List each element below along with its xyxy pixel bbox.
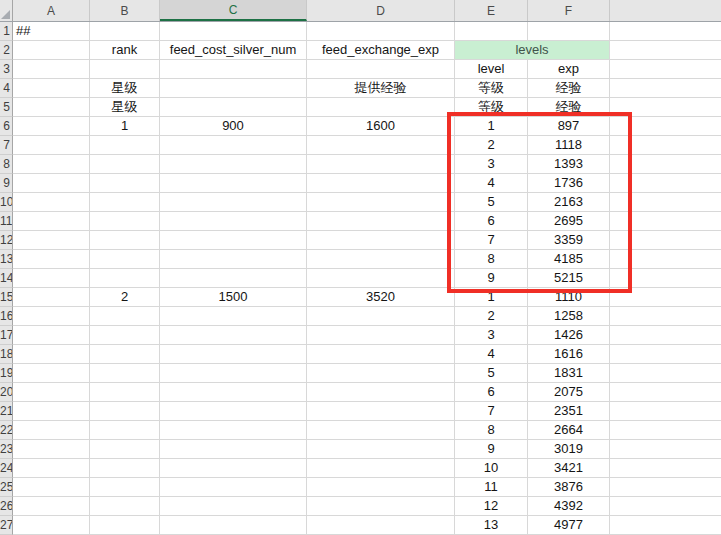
cell-D10[interactable] bbox=[307, 193, 455, 212]
cell-F12[interactable]: 3359 bbox=[528, 231, 610, 250]
cell-A18[interactable] bbox=[13, 345, 90, 364]
cell-A26[interactable] bbox=[13, 497, 90, 516]
cell-F27[interactable]: 4977 bbox=[528, 516, 610, 535]
row-number-25[interactable]: 25 bbox=[0, 478, 13, 497]
cell-F16[interactable]: 1258 bbox=[528, 307, 610, 326]
row-number-12[interactable]: 12 bbox=[0, 231, 13, 250]
cell-B14[interactable] bbox=[90, 269, 160, 288]
cell-filler-13[interactable] bbox=[610, 250, 721, 269]
cell-C13[interactable] bbox=[160, 250, 307, 269]
cell-filler-26[interactable] bbox=[610, 497, 721, 516]
cell-E6[interactable]: 1 bbox=[455, 117, 528, 136]
cell-B2[interactable]: rank bbox=[90, 41, 160, 60]
cell-C23[interactable] bbox=[160, 440, 307, 459]
column-header-blank[interactable] bbox=[610, 0, 721, 21]
cell-B15[interactable]: 2 bbox=[90, 288, 160, 307]
cell-C9[interactable] bbox=[160, 174, 307, 193]
cell-C20[interactable] bbox=[160, 383, 307, 402]
row-number-26[interactable]: 26 bbox=[0, 497, 13, 516]
cell-E9[interactable]: 4 bbox=[455, 174, 528, 193]
cell-A21[interactable] bbox=[13, 402, 90, 421]
cell-A14[interactable] bbox=[13, 269, 90, 288]
cell-E10[interactable]: 5 bbox=[455, 193, 528, 212]
cell-E23[interactable]: 9 bbox=[455, 440, 528, 459]
cell-C4[interactable] bbox=[160, 79, 307, 98]
cell-C16[interactable] bbox=[160, 307, 307, 326]
cell-E8[interactable]: 3 bbox=[455, 155, 528, 174]
cell-C18[interactable] bbox=[160, 345, 307, 364]
cell-D18[interactable] bbox=[307, 345, 455, 364]
cell-E3[interactable]: level bbox=[455, 60, 528, 79]
cell-E21[interactable]: 7 bbox=[455, 402, 528, 421]
cell-E15[interactable]: 1 bbox=[455, 288, 528, 307]
row-number-6[interactable]: 6 bbox=[0, 117, 13, 136]
cell-C25[interactable] bbox=[160, 478, 307, 497]
cell-filler-21[interactable] bbox=[610, 402, 721, 421]
cell-filler-14[interactable] bbox=[610, 269, 721, 288]
cell-filler-5[interactable] bbox=[610, 98, 721, 117]
cell-C14[interactable] bbox=[160, 269, 307, 288]
cell-filler-22[interactable] bbox=[610, 421, 721, 440]
row-number-17[interactable]: 17 bbox=[0, 326, 13, 345]
cell-A13[interactable] bbox=[13, 250, 90, 269]
row-number-1[interactable]: 1 bbox=[0, 22, 13, 41]
cell-F22[interactable]: 2664 bbox=[528, 421, 610, 440]
cell-filler-12[interactable] bbox=[610, 231, 721, 250]
column-header-D[interactable]: D bbox=[307, 0, 455, 21]
cell-C6[interactable]: 900 bbox=[160, 117, 307, 136]
cell-A15[interactable] bbox=[13, 288, 90, 307]
cell-C1[interactable] bbox=[160, 22, 307, 41]
cell-B11[interactable] bbox=[90, 212, 160, 231]
cell-E17[interactable]: 3 bbox=[455, 326, 528, 345]
cell-B17[interactable] bbox=[90, 326, 160, 345]
row-number-10[interactable]: 10 bbox=[0, 193, 13, 212]
cell-E27[interactable]: 13 bbox=[455, 516, 528, 535]
cell-F13[interactable]: 4185 bbox=[528, 250, 610, 269]
cell-D4[interactable]: 提供经验 bbox=[307, 79, 455, 98]
cell-F9[interactable]: 1736 bbox=[528, 174, 610, 193]
column-header-B[interactable]: B bbox=[90, 0, 160, 21]
cell-F10[interactable]: 2163 bbox=[528, 193, 610, 212]
cell-F6[interactable]: 897 bbox=[528, 117, 610, 136]
cell-B8[interactable] bbox=[90, 155, 160, 174]
cell-filler-16[interactable] bbox=[610, 307, 721, 326]
cell-filler-17[interactable] bbox=[610, 326, 721, 345]
cell-F21[interactable]: 2351 bbox=[528, 402, 610, 421]
cell-D13[interactable] bbox=[307, 250, 455, 269]
cell-E1[interactable] bbox=[455, 22, 528, 41]
cell-F17[interactable]: 1426 bbox=[528, 326, 610, 345]
cell-B24[interactable] bbox=[90, 459, 160, 478]
cell-A19[interactable] bbox=[13, 364, 90, 383]
cell-filler-8[interactable] bbox=[610, 155, 721, 174]
cell-C19[interactable] bbox=[160, 364, 307, 383]
cell-E25[interactable]: 11 bbox=[455, 478, 528, 497]
cell-D25[interactable] bbox=[307, 478, 455, 497]
cell-A5[interactable] bbox=[13, 98, 90, 117]
cell-E16[interactable]: 2 bbox=[455, 307, 528, 326]
cell-D27[interactable] bbox=[307, 516, 455, 535]
cell-B27[interactable] bbox=[90, 516, 160, 535]
cell-F23[interactable]: 3019 bbox=[528, 440, 610, 459]
row-number-15[interactable]: 15 bbox=[0, 288, 13, 307]
cell-filler-6[interactable] bbox=[610, 117, 721, 136]
cell-D15[interactable]: 3520 bbox=[307, 288, 455, 307]
cell-C12[interactable] bbox=[160, 231, 307, 250]
column-header-C[interactable]: C bbox=[160, 0, 307, 21]
cell-A1[interactable]: ## bbox=[13, 22, 90, 41]
cell-A17[interactable] bbox=[13, 326, 90, 345]
row-number-27[interactable]: 27 bbox=[0, 516, 13, 535]
merged-cell-levels[interactable]: levels bbox=[455, 41, 610, 60]
cell-F4[interactable]: 经验 bbox=[528, 79, 610, 98]
cell-B7[interactable] bbox=[90, 136, 160, 155]
column-header-E[interactable]: E bbox=[455, 0, 528, 21]
cell-D1[interactable] bbox=[307, 22, 455, 41]
cell-E20[interactable]: 6 bbox=[455, 383, 528, 402]
cell-E4[interactable]: 等级 bbox=[455, 79, 528, 98]
row-number-18[interactable]: 18 bbox=[0, 345, 13, 364]
cell-filler-2[interactable] bbox=[610, 41, 721, 60]
cell-E13[interactable]: 8 bbox=[455, 250, 528, 269]
cell-C11[interactable] bbox=[160, 212, 307, 231]
cell-C21[interactable] bbox=[160, 402, 307, 421]
cell-A9[interactable] bbox=[13, 174, 90, 193]
cell-C17[interactable] bbox=[160, 326, 307, 345]
